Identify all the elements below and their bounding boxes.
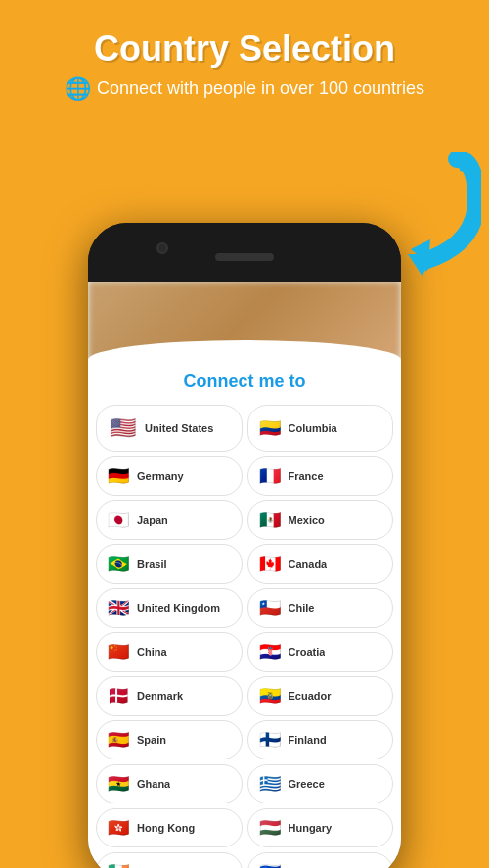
country-name: United States <box>145 422 213 434</box>
phone-speaker <box>215 253 274 261</box>
flag-icon: 🇬🇷 <box>256 770 284 798</box>
country-item[interactable]: 🇬🇧United Kingdom <box>96 588 243 628</box>
country-name: Ecuador <box>289 690 332 702</box>
country-name: France <box>289 470 324 482</box>
country-item[interactable]: 🇪🇸Spain <box>96 720 243 760</box>
page-title: Country Selection <box>20 29 469 68</box>
country-item[interactable]: 🇭🇰Hong Kong <box>96 808 243 847</box>
subtitle-row: 🌐 Connect with people in over 100 countr… <box>20 76 469 102</box>
flag-icon: 🇨🇴 <box>256 414 284 442</box>
flag-icon: 🇮🇪 <box>105 858 132 868</box>
country-name: Hong Kong <box>137 822 195 834</box>
flag-icon: 🇨🇱 <box>256 594 284 622</box>
country-name: Ghana <box>137 778 170 790</box>
header-section: Country Selection 🌐 Connect with people … <box>0 0 489 111</box>
flag-icon: 🇪🇨 <box>256 682 284 710</box>
phone-wrapper: Connect me to 🇺🇸United States🇨🇴Columbia🇩… <box>88 223 401 868</box>
country-name: China <box>137 646 167 658</box>
country-item[interactable]: 🇨🇦Canada <box>247 544 394 584</box>
country-item[interactable]: 🇺🇸United States <box>96 405 243 452</box>
flag-icon: 🇬🇧 <box>105 594 132 622</box>
flag-icon: 🇮🇱 <box>256 858 284 868</box>
flag-icon: 🇺🇸 <box>105 411 140 446</box>
arrow-container <box>362 166 479 287</box>
arrow-icon <box>362 166 479 283</box>
flag-icon: 🇧🇷 <box>105 550 132 578</box>
country-item[interactable]: 🇧🇷Brasil <box>96 544 243 584</box>
country-name: Mexico <box>289 514 325 526</box>
country-grid: 🇺🇸United States🇨🇴Columbia🇩🇪Germany🇫🇷Fran… <box>88 400 401 868</box>
flag-icon: 🇲🇽 <box>256 506 284 534</box>
country-name: Chile <box>289 602 315 614</box>
flag-icon: 🇪🇸 <box>105 726 132 754</box>
flag-icon: 🇭🇺 <box>256 814 284 842</box>
phone-body: Connect me to 🇺🇸United States🇨🇴Columbia🇩… <box>88 223 401 868</box>
country-item[interactable]: 🇬🇷Greece <box>247 764 394 803</box>
country-item[interactable]: 🇪🇨Ecuador <box>247 676 394 716</box>
country-item[interactable]: 🇨🇳China <box>96 632 243 672</box>
country-item[interactable]: 🇫🇮Finland <box>247 720 394 760</box>
flag-icon: 🇨🇳 <box>105 638 132 666</box>
svg-marker-0 <box>411 239 430 264</box>
flag-icon: 🇨🇦 <box>256 550 284 578</box>
country-name: Finland <box>289 734 327 746</box>
country-name: Brasil <box>137 558 167 570</box>
country-item[interactable]: 🇩🇰Denmark <box>96 676 243 716</box>
flag-icon: 🇫🇮 <box>256 726 284 754</box>
country-item[interactable]: 🇨🇴Columbia <box>247 405 394 452</box>
header-subtitle: Connect with people in over 100 countrie… <box>97 78 424 99</box>
phone-screen: Connect me to 🇺🇸United States🇨🇴Columbia🇩… <box>88 282 401 868</box>
country-item[interactable]: 🇫🇷France <box>247 456 394 496</box>
flag-icon: 🇫🇷 <box>256 462 284 490</box>
country-name: Spain <box>137 734 166 746</box>
flag-icon: 🇭🇷 <box>256 638 284 666</box>
phone-camera <box>156 242 168 254</box>
country-item[interactable]: 🇲🇽Mexico <box>247 500 394 540</box>
country-name: United Kingdom <box>137 602 220 614</box>
flag-icon: 🇬🇭 <box>105 770 132 798</box>
phone-notch <box>88 223 401 282</box>
country-name: Germany <box>137 470 184 482</box>
country-item[interactable]: 🇬🇭Ghana <box>96 764 243 803</box>
country-name: Canada <box>289 558 328 570</box>
country-name: Croatia <box>289 646 326 658</box>
flag-icon: 🇯🇵 <box>105 506 132 534</box>
connect-label: Connect me to <box>88 371 401 392</box>
country-name: Greece <box>289 778 325 790</box>
flag-icon: 🇩🇪 <box>105 462 132 490</box>
flag-icon: 🇭🇰 <box>105 814 132 842</box>
connect-header: Connect me to <box>88 360 401 400</box>
country-item[interactable]: 🇮🇱Israel <box>247 852 394 868</box>
country-item[interactable]: 🇭🇺Hungary <box>247 808 394 847</box>
country-name: Hungary <box>289 822 333 834</box>
country-item[interactable]: 🇭🇷Croatia <box>247 632 394 672</box>
country-name: Columbia <box>289 422 337 434</box>
country-name: Denmark <box>137 690 183 702</box>
country-item[interactable]: 🇩🇪Germany <box>96 456 243 496</box>
country-name: Japan <box>137 514 168 526</box>
globe-icon: 🌐 <box>65 76 91 102</box>
country-item[interactable]: 🇯🇵Japan <box>96 500 243 540</box>
country-item[interactable]: 🇮🇪Ireland <box>96 852 243 868</box>
flag-icon: 🇩🇰 <box>105 682 132 710</box>
country-item[interactable]: 🇨🇱Chile <box>247 588 394 628</box>
